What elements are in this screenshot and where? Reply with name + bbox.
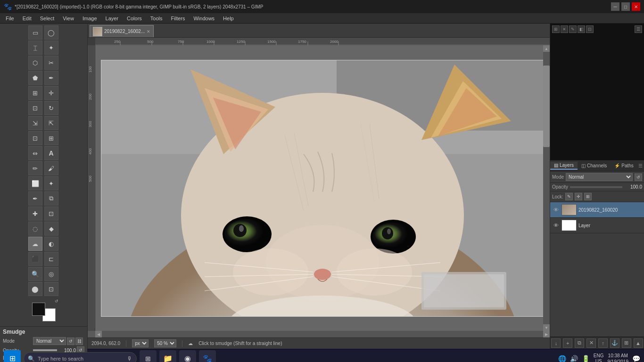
panel-view-btn[interactable]: ◧ [578,25,585,33]
menu-item-tools[interactable]: Tools [147,15,166,22]
layer-opacity-slider[interactable] [570,186,622,188]
scale-tool[interactable]: ⇲ [28,116,42,130]
color-picker-tool[interactable]: ⬛ [28,252,42,266]
panel-menu-btn[interactable]: ☰ [635,25,642,33]
scissors-select-tool[interactable]: ✂ [44,56,58,70]
volume-icon[interactable]: 🔊 [570,355,578,362]
menu-item-colors[interactable]: Colors [123,15,146,22]
menu-item-help[interactable]: Help [219,15,238,22]
move-tool[interactable]: ✛ [44,86,58,100]
paths-tab[interactable]: ⚡ Paths [611,162,637,169]
close-button[interactable]: ✕ [632,2,640,11]
lock-pixels-btn[interactable]: ✎ [565,193,573,200]
language-indicator[interactable]: ENGUS [594,353,604,362]
paths-tool2[interactable]: ◎ [44,267,58,281]
layers-anchor-btn[interactable]: ⚓ [610,338,619,348]
text-tool[interactable]: A [44,146,58,160]
free-select-tool[interactable]: ⌶ [28,41,42,55]
clone-tool[interactable]: ⧉ [44,191,58,206]
scroll-v-thumb[interactable] [543,66,550,147]
panel-new-btn[interactable]: ⊞ [552,25,560,33]
canvas-scrollbar-h[interactable]: ◀ ▶ [95,331,550,337]
menu-item-file[interactable]: File [2,15,18,22]
extra-tool[interactable]: ⊡ [44,282,58,296]
crop-tool[interactable]: ⊡ [28,101,42,115]
layer-item[interactable]: 👁 20190822_160020 [550,202,644,218]
layers-delete-btn[interactable]: ✕ [586,338,596,348]
panel-close-btn[interactable]: ✕ [561,25,568,33]
menu-item-select[interactable]: Select [36,15,58,22]
layers-panel-menu-btn[interactable]: ☰ [637,161,644,171]
unified-transform[interactable]: ⊞ [44,131,58,145]
menu-item-layer[interactable]: Layer [102,15,123,22]
airbrush-tool[interactable]: ✦ [44,176,58,190]
maximize-button[interactable]: □ [621,2,630,11]
shear-tool[interactable]: ⇱ [44,116,58,130]
zoom-tool[interactable]: 🔍 [28,267,42,281]
scroll-right-btn[interactable]: ▶ [543,331,550,337]
gimp-btn[interactable]: 🐾 [199,350,216,362]
opacity-slider[interactable] [33,349,57,351]
pencil-tool[interactable]: ✏ [28,161,42,175]
layer-item[interactable]: 👁 Layer [550,218,644,233]
layer-eye-btn[interactable]: 👁 [552,206,560,214]
foreground-select-tool[interactable]: ⬟ [28,71,42,85]
scroll-left-btn[interactable]: ◀ [95,331,102,337]
unit-select[interactable]: px [132,339,149,347]
ink-tool[interactable]: ✒ [28,191,42,206]
rect-select-tool[interactable]: ▭ [28,25,42,40]
clock[interactable]: 10:38 AM 9/19/2019 [608,353,629,362]
file-explorer-btn[interactable]: 📁 [159,350,176,362]
layers-tab[interactable]: ▤ Layers [550,162,578,170]
battery-icon[interactable]: 🔋 [582,355,590,362]
panel-options-btn[interactable]: ⊡ [586,25,594,33]
lock-position-btn[interactable]: ✛ [575,193,582,200]
reset-colors-icon[interactable]: ↺ [55,299,58,304]
ellipse-select-tool[interactable]: ◯ [44,25,58,40]
layers-raise-btn[interactable]: ▲ [634,338,643,348]
mode-reset-btn[interactable]: ↺ [67,337,74,345]
perspective-clone-tool[interactable]: ⊡ [44,206,58,221]
scroll-v-track[interactable] [543,52,550,324]
mode-chain-btn[interactable]: ⛓ [75,337,83,345]
layer-mode-select[interactable]: Normal [566,173,633,181]
image-canvas[interactable] [101,60,544,317]
scroll-up-btn[interactable]: ▲ [543,45,550,52]
perspective-tool[interactable]: ⊡ [28,131,42,145]
search-bar[interactable]: 🔍 Type here to search 🎙 [24,352,137,362]
smudge-tool[interactable]: ☁ [28,237,42,251]
menu-item-image[interactable]: Image [79,15,101,22]
lock-alpha-btn[interactable]: ⊞ [584,193,592,200]
eraser-tool[interactable]: ⬜ [28,176,42,190]
ink-tool2[interactable]: ⬤ [28,282,42,296]
foreground-color-swatch[interactable] [32,303,45,316]
paintbrush-tool[interactable]: 🖌 [44,161,58,175]
network-icon[interactable]: 🌐 [558,355,566,362]
zoom-select[interactable]: 50 % [154,339,176,347]
flip-tool[interactable]: ⇔ [28,146,42,160]
rotate-tool[interactable]: ↻ [44,101,58,115]
menu-item-windows[interactable]: Windows [190,15,218,22]
mode-select[interactable]: Normal [33,337,66,345]
layer-mode-reset-btn[interactable]: ↺ [635,173,642,181]
heal-tool[interactable]: ✚ [28,206,42,221]
chrome-btn[interactable]: ◉ [179,350,196,362]
canvas-tab[interactable]: 20190822_16002... ✕ [90,25,154,37]
menu-item-edit[interactable]: Edit [19,15,35,22]
menu-item-view[interactable]: View [59,15,78,22]
layers-merge-btn[interactable]: ⊞ [622,338,631,348]
minimize-button[interactable]: ─ [611,2,619,11]
select-by-color-tool[interactable]: ⬡ [28,56,42,70]
layers-add-btn[interactable]: + [563,338,572,348]
task-view-btn[interactable]: ⊞ [140,350,157,362]
canvas-scrollbar-v[interactable]: ▲ ▼ [543,45,550,331]
layer-eye-btn[interactable]: 👁 [552,222,560,229]
channels-tab[interactable]: ◫ Channels [578,162,611,169]
measure-tool[interactable]: ⊏ [44,252,58,266]
blur-tool[interactable]: ◌ [28,222,42,236]
scroll-down-btn[interactable]: ▼ [543,324,550,331]
layers-duplicate-btn[interactable]: ⧉ [575,338,584,348]
fuzzy-select-tool[interactable]: ✦ [44,41,58,55]
sharpen-tool[interactable]: ◆ [44,222,58,236]
menu-item-filters[interactable]: Filters [167,15,189,22]
